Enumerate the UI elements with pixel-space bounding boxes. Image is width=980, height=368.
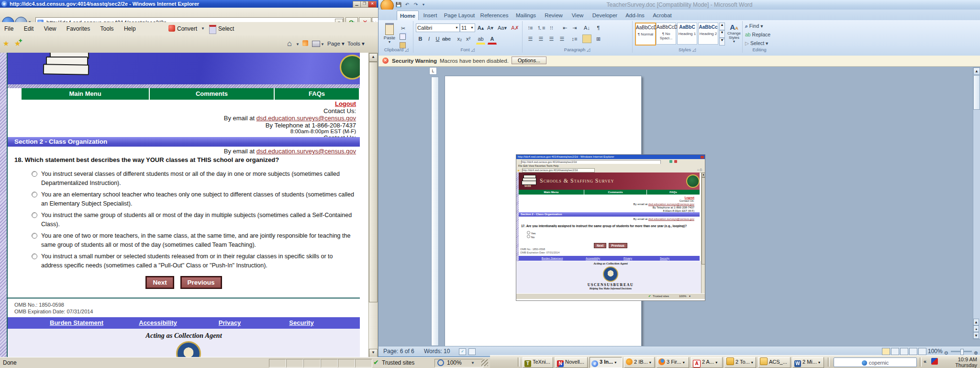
highlight-icon[interactable]: ab xyxy=(476,34,485,45)
replace-button[interactable]: ab Replace xyxy=(745,32,770,37)
close-button[interactable]: ✕ xyxy=(368,1,377,8)
burden-statement-link[interactable]: Burden Statement xyxy=(50,319,103,326)
save-icon[interactable]: 💾 xyxy=(395,1,402,8)
previous-button[interactable]: Previous xyxy=(181,277,221,288)
print-icon[interactable] xyxy=(312,41,320,47)
page-menu[interactable]: Page ▾ xyxy=(327,40,345,47)
taskbar-internet-explorer-group[interactable]: e3 In... ▾ xyxy=(590,357,622,368)
borders-icon[interactable]: ⊞ xyxy=(594,34,603,43)
tab-acrobat[interactable]: Acrobat xyxy=(649,11,675,20)
align-center-icon[interactable]: ☰ xyxy=(536,34,546,43)
align-left-icon[interactable]: ☰ xyxy=(526,34,535,43)
select-button[interactable]: Select xyxy=(218,25,234,32)
multilevel-list-icon[interactable]: ⁝⁝ xyxy=(547,23,556,32)
word-scrollbar[interactable]: ▲ ▲ ● ▼ xyxy=(973,67,980,339)
styles-gallery-scroll[interactable]: ▲ ▼ ▼̄ xyxy=(719,23,725,44)
grow-font-icon[interactable]: A▴ xyxy=(476,23,485,32)
add-favorite-icon[interactable]: ★✚ xyxy=(14,39,21,48)
change-case-icon[interactable]: Aa▾ xyxy=(497,23,506,32)
resize-grip[interactable] xyxy=(481,359,488,366)
word-count[interactable]: Words: 10 xyxy=(424,346,450,356)
copernic-search-input[interactable]: copernic xyxy=(834,357,917,367)
ie-scrollbar[interactable]: ▲ ▼ xyxy=(368,53,378,358)
underline-icon[interactable]: U xyxy=(433,34,442,43)
macro-icon[interactable] xyxy=(468,348,476,355)
taskbar-acs-folder[interactable]: ACS_... xyxy=(758,357,791,368)
clear-formatting-icon[interactable]: A✗ xyxy=(511,23,520,32)
bold-icon[interactable]: B xyxy=(416,34,425,43)
select-button-word[interactable]: ▷ Select ▾ xyxy=(745,40,768,46)
italic-icon[interactable]: I xyxy=(424,34,434,43)
maximize-button[interactable]: ❐ xyxy=(360,1,368,8)
home-dropdown[interactable]: ▼ xyxy=(296,42,300,46)
sort-icon[interactable]: A↓ xyxy=(582,23,591,32)
taskbar-firefox-group[interactable]: 3 Fir... ▾ xyxy=(657,357,689,368)
email-link[interactable]: dsd.education.surveys@census.gov xyxy=(256,115,356,122)
style-normal[interactable]: AaBbCcDc¶ Normal xyxy=(635,23,656,46)
numbering-icon[interactable]: ⒈≡ xyxy=(536,23,546,32)
zoom-slider[interactable] xyxy=(951,351,972,352)
accessibility-link[interactable]: Accessibility xyxy=(139,319,177,326)
radio-option-4[interactable] xyxy=(32,233,37,239)
tab-insert[interactable]: Insert xyxy=(420,11,441,20)
show-paragraph-marks-icon[interactable]: ¶ xyxy=(594,23,603,32)
scroll-up-icon[interactable]: ▲ xyxy=(369,53,378,62)
shading-icon[interactable] xyxy=(582,34,591,43)
tab-references[interactable]: References xyxy=(478,11,511,20)
tab-developer[interactable]: Developer xyxy=(589,11,621,20)
browse-buttons[interactable]: ▲ ● ▼ xyxy=(973,319,979,339)
tools-menu[interactable]: Tools ▾ xyxy=(347,40,365,47)
logout-link[interactable]: Logout xyxy=(335,100,356,107)
undo-icon[interactable]: ↶ xyxy=(403,1,411,8)
print-dropdown[interactable]: ▼ xyxy=(321,42,324,46)
cut-icon[interactable]: ✂ xyxy=(399,24,408,33)
taskbar-novell[interactable]: NNovell... xyxy=(555,357,588,368)
word-title-bar[interactable]: 💾 ↶ ↷ ▼ TeacherSurvey.doc [Compatibility… xyxy=(379,0,980,10)
document-page[interactable]: http://idc4.ssd.census.gov:4014/sasstq/s… xyxy=(445,76,642,347)
tab-review[interactable]: Review xyxy=(541,11,566,20)
tab-home[interactable]: Home xyxy=(397,11,419,21)
word-scroll-up-icon[interactable]: ▲ xyxy=(973,68,980,75)
bullets-icon[interactable]: ⁝≡ xyxy=(526,23,535,32)
font-color-icon[interactable]: A xyxy=(488,34,497,45)
find-button[interactable]: ⌕ Find ▾ xyxy=(745,23,763,29)
home-icon[interactable]: ⌂ xyxy=(287,39,292,48)
menu-favorites[interactable]: Favorites xyxy=(62,22,94,32)
zoom-level[interactable]: 100% xyxy=(447,359,462,366)
tab-selector[interactable]: L xyxy=(429,67,437,75)
style-heading1[interactable]: AaBbCHeading 1 xyxy=(677,23,697,45)
font-size-select[interactable]: 11▼ xyxy=(460,23,475,32)
line-spacing-icon[interactable]: ↕≡ xyxy=(570,34,579,43)
ie-title-bar[interactable]: e http://idc4.ssd.census.gov:4014/sasstq… xyxy=(0,0,378,8)
tray-clock[interactable]: 10:9 AM Thursday xyxy=(942,356,977,368)
menu-view[interactable]: View xyxy=(40,22,61,32)
decrease-indent-icon[interactable]: ⇤ xyxy=(560,23,569,32)
tray-collapse-chevron[interactable]: « xyxy=(924,358,926,364)
scroll-thumb[interactable] xyxy=(369,62,378,302)
style-heading2[interactable]: AaBbCcHeading 2 xyxy=(698,23,718,45)
copy-icon[interactable] xyxy=(400,34,406,40)
feeds-icon[interactable] xyxy=(302,40,308,46)
security-zone-label[interactable]: Trusted sites xyxy=(382,359,414,366)
radio-option-1[interactable] xyxy=(32,171,37,177)
menu-edit[interactable]: Edit xyxy=(20,22,38,32)
qat-dropdown[interactable]: ▼ xyxy=(420,1,427,8)
increase-indent-icon[interactable]: ⇥ xyxy=(570,23,579,32)
page-indicator[interactable]: Page: 6 of 6 xyxy=(383,346,414,356)
tab-mailings[interactable]: Mailings xyxy=(512,11,539,20)
nav-main-menu[interactable]: Main Menu xyxy=(22,88,149,100)
superscript-icon[interactable]: x² xyxy=(464,34,473,43)
justify-icon[interactable]: ☰ xyxy=(557,34,567,43)
minimize-button[interactable]: ▁ xyxy=(353,1,361,8)
zoom-dropdown[interactable]: ▼ xyxy=(471,361,475,365)
menu-file[interactable]: File xyxy=(0,22,18,32)
favorites-star-icon[interactable]: ★ xyxy=(3,39,9,48)
tab-add-ins[interactable]: Add-Ins xyxy=(623,11,647,20)
menu-help[interactable]: Help xyxy=(120,22,140,32)
security-link[interactable]: Security xyxy=(289,319,313,326)
change-styles-button[interactable]: AA Change Styles ▼ xyxy=(727,23,741,44)
taskbar-texniccenter[interactable]: TTeXni... xyxy=(523,357,553,368)
options-button[interactable]: Options... xyxy=(512,57,546,64)
vertical-ruler[interactable] xyxy=(431,77,439,346)
email-link-2[interactable]: dsd.education.surveys@census.gov xyxy=(256,148,356,155)
